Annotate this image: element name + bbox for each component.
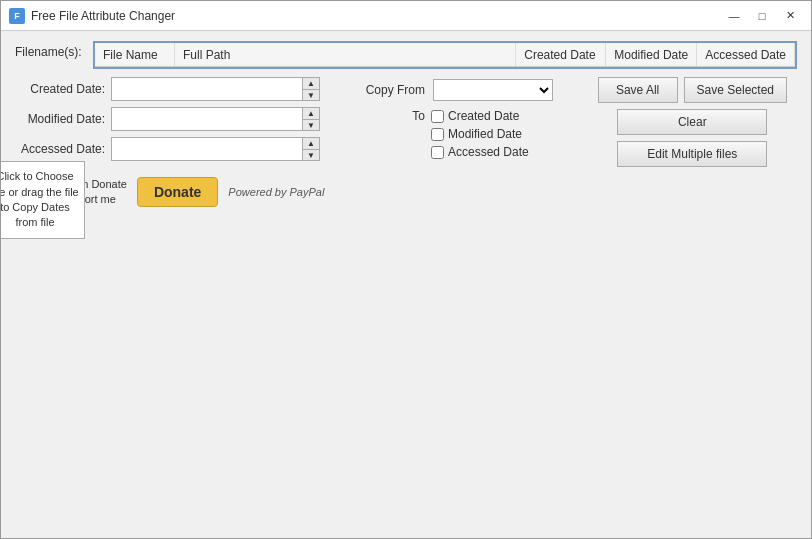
filename-label: Filename(s): xyxy=(15,41,85,59)
donate-row: Please click on Donatebutton to support … xyxy=(15,177,797,208)
modified-date-input-wrapper: ▲ ▼ xyxy=(111,107,320,131)
accessed-date-label: Accessed Date: xyxy=(15,142,105,156)
created-date-input-wrapper: ▲ ▼ xyxy=(111,77,320,101)
to-label: To xyxy=(365,109,425,159)
dates-left: Created Date: ▲ ▼ Modified Date: xyxy=(15,77,345,161)
modified-date-spinners: ▲ ▼ xyxy=(302,108,319,130)
edit-multiple-row: Edit Multiple files xyxy=(598,141,787,167)
copy-dates-button[interactable]: Click to Choose file or drag the file to… xyxy=(0,161,85,239)
col-header-created: Created Date xyxy=(516,43,606,66)
file-grid: File Name Full Path Created Date Modifie… xyxy=(93,41,797,69)
checkbox-created[interactable]: Created Date xyxy=(431,109,529,123)
paypal-text: Powered by PayPal xyxy=(228,186,324,198)
clear-button-row: Clear xyxy=(598,109,787,135)
window-controls: — □ ✕ xyxy=(721,6,803,26)
created-date-spinners: ▲ ▼ xyxy=(302,78,319,100)
file-grid-header: File Name Full Path Created Date Modifie… xyxy=(95,43,795,67)
clear-button[interactable]: Clear xyxy=(617,109,767,135)
created-date-row: Created Date: ▲ ▼ xyxy=(15,77,345,101)
modified-date-label: Modified Date: xyxy=(15,112,105,126)
col-header-filename: File Name xyxy=(95,43,175,66)
filename-section: Filename(s): Click to Choose file or dra… xyxy=(15,41,797,69)
copy-from-select[interactable] xyxy=(433,79,553,101)
main-content: Filename(s): Click to Choose file or dra… xyxy=(1,31,811,538)
accessed-date-row: Accessed Date: ▲ ▼ xyxy=(15,137,345,161)
main-window: F Free File Attribute Changer — □ ✕ File… xyxy=(0,0,812,539)
save-buttons-row: Save All Save Selected xyxy=(598,77,787,103)
created-date-label: Created Date: xyxy=(15,82,105,96)
col-header-modified: Modified Date xyxy=(606,43,697,66)
app-icon: F xyxy=(9,8,25,24)
maximize-button[interactable]: □ xyxy=(749,6,775,26)
edit-multiple-button[interactable]: Edit Multiple files xyxy=(617,141,767,167)
minimize-button[interactable]: — xyxy=(721,6,747,26)
save-selected-button[interactable]: Save Selected xyxy=(684,77,787,103)
save-all-button[interactable]: Save All xyxy=(598,77,678,103)
to-section: To Created Date Modified Date xyxy=(365,109,553,159)
col-header-fullpath: Full Path xyxy=(175,43,516,66)
checkbox-accessed[interactable]: Accessed Date xyxy=(431,145,529,159)
accessed-date-spinners: ▲ ▼ xyxy=(302,138,319,160)
file-list-area: Click to Choose file or drag the file to… xyxy=(93,41,797,69)
donate-button[interactable]: Donate xyxy=(137,177,218,207)
cb-created-input[interactable] xyxy=(431,110,444,123)
title-bar: F Free File Attribute Changer — □ ✕ xyxy=(1,1,811,31)
accessed-date-up[interactable]: ▲ xyxy=(303,138,319,149)
accessed-date-input-wrapper: ▲ ▼ xyxy=(111,137,320,161)
cb-accessed-input[interactable] xyxy=(431,146,444,159)
modified-date-row: Modified Date: ▲ ▼ xyxy=(15,107,345,131)
accessed-date-down[interactable]: ▼ xyxy=(303,149,319,160)
bottom-section: Created Date: ▲ ▼ Modified Date: xyxy=(15,77,797,208)
modified-date-up[interactable]: ▲ xyxy=(303,108,319,119)
col-header-accessed: Accessed Date xyxy=(697,43,795,66)
created-date-input[interactable] xyxy=(112,78,302,100)
checkbox-modified[interactable]: Modified Date xyxy=(431,127,529,141)
copy-from-row: Copy From xyxy=(365,79,553,101)
cb-modified-input[interactable] xyxy=(431,128,444,141)
checkboxes-col: Created Date Modified Date Accessed Date xyxy=(431,109,529,159)
accessed-date-input[interactable] xyxy=(112,138,302,160)
modified-date-input[interactable] xyxy=(112,108,302,130)
dates-row: Created Date: ▲ ▼ Modified Date: xyxy=(15,77,797,167)
created-date-down[interactable]: ▼ xyxy=(303,89,319,100)
copy-from-label: Copy From xyxy=(365,83,425,97)
action-buttons: Save All Save Selected Clear Edit Multip… xyxy=(598,77,787,167)
modified-date-down[interactable]: ▼ xyxy=(303,119,319,130)
copy-section: Copy From To Created Date xyxy=(365,77,553,159)
created-date-up[interactable]: ▲ xyxy=(303,78,319,89)
close-button[interactable]: ✕ xyxy=(777,6,803,26)
window-title: Free File Attribute Changer xyxy=(31,9,721,23)
